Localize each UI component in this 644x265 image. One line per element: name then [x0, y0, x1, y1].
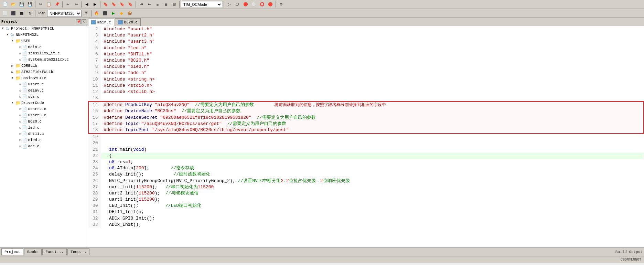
tree-item-bc20-c[interactable]: ⊞ 📄BC20.c — [0, 118, 88, 125]
code-cell-28[interactable]: uart2_init(115200); //与NB模块通信 — [101, 190, 644, 197]
tree-item-project-root[interactable]: ▼🗂Project: NNHPSTM32L — [0, 25, 88, 32]
debug1-btn[interactable]: ▷ — [225, 1, 233, 8]
code-cell-27[interactable]: uart_init(115200); //串口初始化为115200 — [101, 184, 644, 190]
flash3-btn[interactable]: ▶ — [109, 10, 117, 17]
new-file-btn[interactable]: 📄 — [1, 1, 9, 8]
tree-item-system-stm32[interactable]: ⊞ 📄system_stm32l1xx.c — [0, 56, 88, 63]
paste-btn[interactable]: 📌 — [53, 1, 61, 8]
code-cell-23[interactable]: u8 res=1; — [101, 159, 644, 165]
tree-item-user-folder[interactable]: ▼📁USER — [0, 38, 88, 44]
debug5-btn[interactable]: ⭕ — [258, 1, 266, 8]
code-container[interactable]: 2#include "usart.h"3#include "usart2.h"4… — [88, 26, 644, 247]
nav-fwd-btn[interactable]: ▶ — [91, 1, 99, 8]
code-cell-22[interactable]: { — [101, 153, 644, 159]
tree-item-nnhp-root[interactable]: ▼🗂NNHPSTM32L — [0, 32, 88, 38]
code-cell-3[interactable]: #include "usart2.h" — [101, 32, 644, 39]
bookmark2-btn[interactable]: 🔖 — [110, 1, 118, 8]
tree-item-drivercode-folder[interactable]: ▼📁DriverCode — [0, 100, 88, 106]
cut-btn[interactable]: ✂ — [37, 1, 44, 8]
bottom-tab-books[interactable]: Books — [24, 248, 42, 255]
flash1-btn[interactable]: 🔥 — [93, 10, 100, 17]
bookmark-btn[interactable]: 🔖 — [102, 1, 109, 8]
undo-btn[interactable]: ↩ — [64, 1, 72, 8]
build2-btn[interactable]: ⬛ — [10, 10, 17, 17]
flash2-btn[interactable]: ⬛ — [101, 10, 109, 17]
code-cell-14[interactable]: #define ProductKey "aluQS4uvXNQ" //需要定义为… — [101, 102, 644, 108]
indent-btn[interactable]: ⇥ — [137, 1, 145, 8]
code-cell-5[interactable]: #include "led.h" — [101, 45, 644, 51]
build3-btn[interactable]: ▦ — [18, 10, 25, 17]
tree-item-stm32f10x-folder[interactable]: ▶📁STM32F10xFWLib — [0, 69, 88, 75]
code-cell-7[interactable]: #include "BC20.h" — [101, 57, 644, 64]
tree-item-corelib-folder[interactable]: ▶📁CORELib — [0, 63, 88, 69]
code-cell-17[interactable]: #define Topic "/aluQS4uvXNQ/BC20cs/user/… — [101, 121, 644, 127]
debug3-btn[interactable]: 🔴 — [242, 1, 249, 8]
code-cell-18[interactable]: #define TopicPost "/sys/aluQS4uvXNQ/BC20… — [101, 127, 644, 134]
code-cell-15[interactable]: #define DeviceName "BC20cs" //需要定义为用户自己的… — [101, 108, 644, 114]
redo-btn[interactable]: ↪ — [72, 1, 80, 8]
unindent-btn[interactable]: ⇤ — [146, 1, 153, 8]
sidebar-close-btn[interactable]: ✕ — [82, 19, 86, 24]
code-cell-25[interactable]: delay_init(); //延时函数初始化 — [101, 171, 644, 178]
flash4-btn[interactable]: ◆ — [118, 10, 125, 17]
tree-item-oled-c[interactable]: ⊞ 📄oled.c — [0, 137, 88, 143]
build4-btn[interactable]: ⊕ — [26, 10, 34, 17]
tool3-btn[interactable]: ≡ — [154, 1, 161, 8]
bottom-tab-funct[interactable]: Funct... — [42, 248, 67, 255]
tree-item-sys-c[interactable]: ⊞ 📄sys.c — [0, 94, 88, 100]
code-cell-8[interactable]: #include "oled.h" — [101, 64, 644, 70]
tree-item-basicsystem-folder[interactable]: ▼📁BasicSYSTEM — [0, 75, 88, 81]
save-all-btn[interactable]: 💾 — [26, 1, 34, 8]
tree-item-dht11-c[interactable]: ⊞ 📄dht11.c — [0, 131, 88, 137]
tree-item-usart3-c[interactable]: ⊞ 📄usart3.c — [0, 112, 88, 118]
bookmark4-btn[interactable]: 🔖 — [127, 1, 134, 8]
nav-back-btn[interactable]: ◀ — [83, 1, 90, 8]
tab-main-c[interactable]: main.c — [88, 19, 114, 26]
tree-item-main-c[interactable]: ⊞ 📄main.c — [0, 44, 88, 50]
flash5-btn[interactable]: 📦 — [126, 10, 133, 17]
open-btn[interactable]: 📂 — [10, 1, 17, 8]
tree-item-usart2-c[interactable]: ⊞ 📄usart2.c — [0, 106, 88, 112]
code-cell-32[interactable]: ADCx_GPIO_Init(); — [101, 215, 644, 222]
code-cell-6[interactable]: #include "DHT11.h" — [101, 51, 644, 57]
code-cell-26[interactable]: NVIC_PriorityGroupConfig(NVIC_PriorityGr… — [101, 178, 644, 184]
code-cell-29[interactable]: uart3_init(115200); — [101, 197, 644, 203]
tab-bc20-c[interactable]: BC20.c — [115, 18, 141, 26]
code-cell-10[interactable]: #include <string.h> — [101, 76, 644, 83]
tool5-btn[interactable]: ⊟ — [170, 1, 178, 8]
code-cell-11[interactable]: #include <stdio.h> — [101, 83, 644, 89]
code-cell-19[interactable] — [101, 134, 644, 140]
bookmark3-btn[interactable]: 🔖 — [118, 1, 126, 8]
tool4-btn[interactable]: ≣ — [162, 1, 170, 8]
code-cell-13[interactable] — [101, 95, 644, 102]
code-cell-31[interactable]: DHT11_Init(); — [101, 209, 644, 215]
debug4-btn[interactable]: ⚪ — [250, 1, 258, 8]
code-cell-2[interactable]: #include "usart.h" — [101, 26, 644, 32]
tree-item-led-c[interactable]: ⊞ 📄led.c — [0, 125, 88, 131]
debug2-btn[interactable]: ⬡ — [234, 1, 241, 8]
copy-btn[interactable]: 📋 — [45, 1, 53, 8]
target-dropdown[interactable]: TIM_OCMode — [181, 1, 222, 8]
code-cell-24[interactable]: u8 ATdata[200]; //指令存放 — [101, 165, 644, 171]
tree-item-delay-c[interactable]: ⊞ 📄delay.c — [0, 87, 88, 94]
code-cell-9[interactable]: #include "adc.h" — [101, 70, 644, 76]
tree-item-usart-c[interactable]: ⊞ 📄usart.c — [0, 81, 88, 87]
code-cell-33[interactable]: ADCx_Init(); — [101, 222, 644, 228]
code-cell-12[interactable]: #include <stdlib.h> — [101, 89, 644, 95]
sidebar-pin-btn[interactable]: 📌 — [76, 19, 81, 24]
load-btn[interactable]: LOAD — [37, 10, 46, 17]
config-btn[interactable]: ⚙ — [82, 10, 90, 17]
debug6-btn[interactable]: 🔴 — [267, 1, 274, 8]
tree-item-stm32l1xx-it[interactable]: ⊞ 📄stm32l1xx_it.c — [0, 50, 88, 56]
bottom-tab-project[interactable]: Project — [1, 248, 23, 255]
code-cell-30[interactable]: LED_Init(); //LED端口初始化 — [101, 203, 644, 209]
build1-btn[interactable]: ⬜ — [1, 10, 9, 17]
save-btn[interactable]: 💾 — [18, 1, 25, 8]
device-dropdown[interactable]: NNHPSTM32L — [47, 10, 82, 17]
code-cell-21[interactable]: int main(void) — [101, 147, 644, 153]
tree-item-adc-c[interactable]: ⊞ 📄adc.c — [0, 143, 88, 149]
code-cell-20[interactable] — [101, 140, 644, 146]
code-cell-16[interactable]: #define DeviceSecret "69260aeb6521f8f18c… — [101, 115, 644, 121]
bottom-tab-temp[interactable]: Temp... — [67, 248, 89, 255]
code-cell-4[interactable]: #include "usart3.h" — [101, 39, 644, 45]
